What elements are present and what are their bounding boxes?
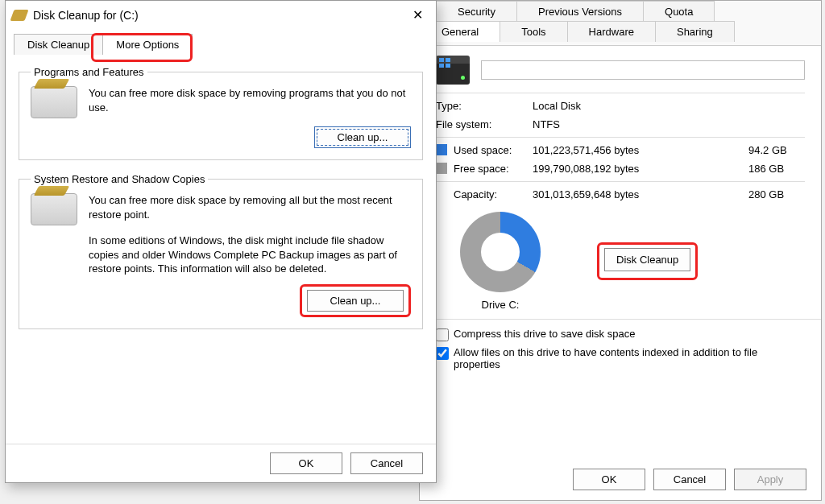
tab-sharing[interactable]: Sharing	[655, 21, 735, 42]
usage-donut-chart	[460, 212, 541, 292]
used-space-label: Used space:	[436, 144, 533, 156]
properties-cancel-button[interactable]: Cancel	[653, 469, 726, 490]
system-restore-text2: In some editions of Windows, the disk mi…	[89, 233, 411, 276]
drive-caption: Drive C:	[460, 299, 541, 311]
drive-properties-window: Security Previous Versions Quota General…	[419, 0, 822, 501]
dialog-cancel-button[interactable]: Cancel	[350, 452, 423, 474]
dialog-titlebar: Disk Cleanup for (C:) ✕	[6, 1, 436, 29]
dialog-tabs: Disk Cleanup More Options	[14, 34, 428, 55]
dialog-title: Disk Cleanup for (C:)	[33, 9, 139, 22]
dialog-tab-disk-cleanup[interactable]: Disk Cleanup	[14, 34, 103, 55]
free-space-label: Free space:	[436, 163, 533, 175]
tab-quota[interactable]: Quota	[643, 1, 715, 22]
drive-icon	[436, 56, 470, 85]
used-space-gb: 94.2 GB	[748, 144, 805, 156]
filesystem-label: File system:	[436, 118, 533, 130]
filesystem-value: NTFS	[533, 118, 805, 130]
tab-tools[interactable]: Tools	[500, 21, 567, 42]
system-restore-text1: You can free more disk space by removing…	[89, 193, 411, 221]
used-swatch-icon	[436, 144, 447, 155]
dialog-bottom-buttons: OK Cancel	[6, 444, 436, 482]
programs-features-legend: Programs and Features	[31, 66, 147, 78]
system-restore-cleanup-button[interactable]: Clean up...	[307, 290, 404, 312]
compress-label: Compress this drive to save disk space	[454, 328, 635, 340]
system-restore-group: System Restore and Shadow Copies You can…	[19, 173, 423, 329]
system-restore-legend: System Restore and Shadow Copies	[31, 173, 208, 185]
dialog-ok-button[interactable]: OK	[270, 452, 342, 474]
tab-hardware[interactable]: Hardware	[567, 21, 656, 42]
highlight-system-restore-cleanup: Clean up...	[300, 284, 411, 317]
properties-body: Type: Local Disk File system: NTFS Used …	[420, 46, 821, 378]
free-space-bytes: 199,790,088,192 bytes	[533, 163, 748, 175]
index-label: Allow files on this drive to have conten…	[454, 346, 805, 370]
tab-security[interactable]: Security	[436, 1, 517, 22]
used-space-bytes: 101,223,571,456 bytes	[533, 144, 748, 156]
compress-checkbox[interactable]	[436, 328, 449, 341]
harddrive-sweep-icon	[31, 193, 77, 225]
programs-features-group: Programs and Features You can free more …	[19, 66, 423, 160]
dialog-body: Programs and Features You can free more …	[6, 55, 436, 350]
type-value: Local Disk	[533, 100, 805, 112]
programs-cleanup-button[interactable]: Clean up...	[314, 126, 411, 148]
capacity-gb: 280 GB	[748, 188, 805, 200]
capacity-bytes: 301,013,659,648 bytes	[533, 188, 748, 200]
disk-cleanup-button[interactable]: Disk Cleanup	[604, 248, 690, 271]
properties-apply-button: Apply	[734, 469, 806, 490]
type-label: Type:	[436, 100, 533, 112]
drive-name-input[interactable]	[481, 60, 805, 80]
highlight-disk-cleanup: Disk Cleanup	[597, 242, 698, 280]
close-button[interactable]: ✕	[406, 6, 429, 24]
properties-tabs: Security Previous Versions Quota General…	[420, 1, 821, 46]
free-swatch-icon	[436, 163, 447, 174]
tab-previous-versions[interactable]: Previous Versions	[516, 1, 644, 22]
capacity-label: Capacity:	[436, 188, 533, 200]
index-checkbox[interactable]	[436, 347, 449, 360]
dialog-tab-more-options[interactable]: More Options	[102, 34, 193, 55]
disk-cleanup-dialog: Disk Cleanup for (C:) ✕ Disk Cleanup Mor…	[5, 0, 437, 483]
free-space-gb: 186 GB	[748, 163, 805, 175]
properties-ok-button[interactable]: OK	[573, 469, 645, 490]
programs-features-text: You can free more disk space by removing…	[89, 86, 411, 114]
cleanup-brush-icon	[10, 10, 28, 21]
harddrive-sweep-icon	[31, 86, 77, 118]
